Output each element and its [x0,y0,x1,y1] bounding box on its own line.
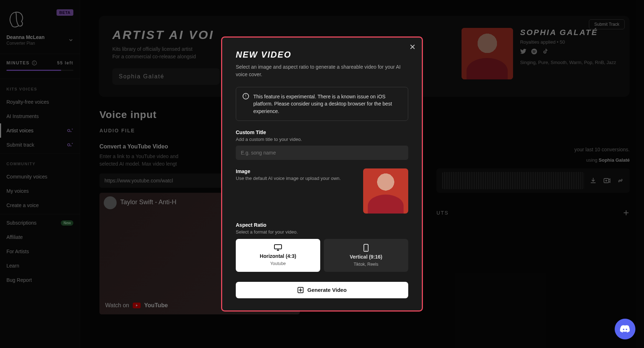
close-icon[interactable] [410,44,415,50]
discord-icon [620,325,630,333]
aspect-help: Select a format for your video. [236,229,408,235]
svg-point-11 [623,329,624,330]
warning-icon: ! [243,93,249,99]
aspect-vertical[interactable]: Vertical (9:16) Tiktok, Reels [324,239,408,272]
svg-point-12 [626,329,627,330]
custom-title-label: Custom Title [236,129,408,135]
discord-button[interactable] [615,319,635,339]
experimental-warning: ! This feature is experimental. There is… [236,87,408,121]
video-image-preview[interactable] [363,168,408,214]
phone-icon [363,244,369,252]
custom-title-help: Add a custom title to your video. [236,137,408,142]
aspect-label: Aspect Ratio [236,222,408,228]
image-label: Image [236,168,341,174]
new-video-modal: NEW VIDEO Select an image and aspect rat… [221,36,423,312]
generate-video-button[interactable]: Generate Video [236,282,408,298]
svg-rect-7 [274,245,282,249]
modal-title: NEW VIDEO [236,50,408,60]
generate-icon [297,287,304,293]
custom-title-input[interactable] [236,146,408,160]
monitor-icon [274,244,282,251]
svg-point-9 [366,250,366,251]
image-help: Use the default AI voice image or upload… [236,176,341,181]
modal-subtitle: Select an image and aspect ratio to gene… [236,63,408,78]
aspect-horizontal[interactable]: Horizontal (4:3) Youtube [236,239,320,272]
modal-overlay: NEW VIDEO Select an image and aspect rat… [0,0,644,348]
